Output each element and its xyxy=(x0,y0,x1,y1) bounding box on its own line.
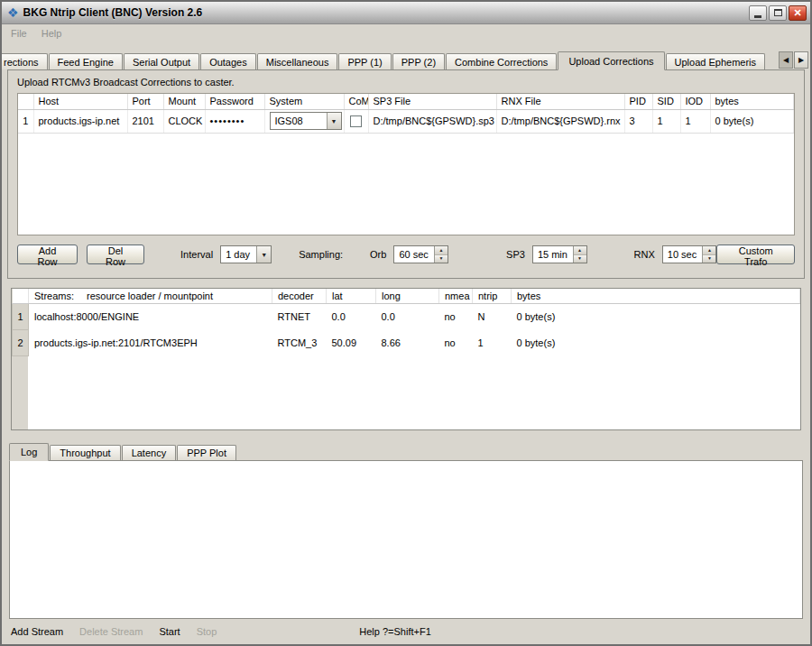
stream-nmea[interactable]: no xyxy=(439,304,473,330)
tab-strip: rections Feed Engine Serial Output Outag… xyxy=(2,50,810,69)
stream-ntrip[interactable]: N xyxy=(473,304,512,330)
tab-broadcast-corrections[interactable]: rections xyxy=(0,53,48,69)
orb-spinbox[interactable]: 60 sec ▲▼ xyxy=(393,245,448,263)
add-row-button[interactable]: Add Row xyxy=(17,245,78,264)
system-combobox[interactable]: IGS08 ▼ xyxy=(270,112,342,130)
cell-iod[interactable]: 1 xyxy=(680,109,710,133)
tab-ppp-2[interactable]: PPP (2) xyxy=(392,53,445,69)
pane-description: Upload RTCMv3 Broadcast Corrections to c… xyxy=(17,77,795,88)
tab-log[interactable]: Log xyxy=(9,443,49,461)
interval-label: Interval xyxy=(180,249,213,260)
streams-header-mountpoint: Streams:resource loader / mountpoint xyxy=(29,289,272,304)
tab-feed-engine[interactable]: Feed Engine xyxy=(49,53,123,69)
stream-long[interactable]: 8.66 xyxy=(376,330,439,356)
tab-latency[interactable]: Latency xyxy=(122,445,177,460)
add-stream-button[interactable]: Add Stream xyxy=(11,626,63,637)
tab-scroll-right-button[interactable]: ▶ xyxy=(794,51,808,69)
sp3-spinbox-value: 15 min xyxy=(533,249,573,260)
header-sid: SID xyxy=(652,94,680,109)
rnx-spinbox[interactable]: 10 sec ▲▼ xyxy=(662,245,717,263)
upload-table-frame: Host Port Mount Password System CoM SP3 … xyxy=(17,93,795,235)
stream-mountpoint[interactable]: products.igs-ip.net:2101/RTCM3EPH xyxy=(29,330,272,356)
menu-help[interactable]: Help xyxy=(42,28,62,43)
upload-corrections-pane: Upload RTCMv3 Broadcast Corrections to c… xyxy=(7,69,805,279)
titlebar: ❖ BKG Ntrip Client (BNC) Version 2.6 ✕ xyxy=(2,2,810,24)
menu-file[interactable]: File xyxy=(11,28,27,43)
window-controls: ✕ xyxy=(747,5,807,21)
tab-combine-corrections[interactable]: Combine Corrections xyxy=(446,53,557,69)
bottom-tab-strip: Log Throughput Latency PPP Plot xyxy=(9,442,810,460)
stream-row: 2 products.igs-ip.net:2101/RTCM3EPH RTCM… xyxy=(13,330,800,356)
streams-header-row: Streams:resource loader / mountpoint dec… xyxy=(13,289,800,304)
streams-header-nmea: nmea xyxy=(439,289,473,304)
cell-pid[interactable]: 3 xyxy=(624,109,652,133)
tab-ppp-plot[interactable]: PPP Plot xyxy=(177,445,236,460)
spin-up-icon[interactable]: ▲ xyxy=(703,246,715,255)
spin-up-icon[interactable]: ▲ xyxy=(435,246,448,255)
upload-table: Host Port Mount Password System CoM SP3 … xyxy=(18,94,794,134)
streams-header-ntrip: ntrip xyxy=(473,289,512,304)
stream-row-index: 1 xyxy=(13,304,29,330)
streams-header-gutter xyxy=(13,289,29,304)
chevron-down-icon[interactable]: ▼ xyxy=(256,246,271,263)
spinner-buttons[interactable]: ▲▼ xyxy=(434,246,448,263)
close-button[interactable]: ✕ xyxy=(789,5,807,21)
cell-rnx-file[interactable]: D:/tmp/BNC${GPSWD}.rnx xyxy=(496,109,624,133)
minimize-button[interactable] xyxy=(749,5,767,21)
spinner-buttons[interactable]: ▲▼ xyxy=(573,246,586,263)
tab-ppp-1[interactable]: PPP (1) xyxy=(338,53,391,69)
tab-scroll-left-button[interactable]: ◀ xyxy=(779,51,793,69)
start-button[interactable]: Start xyxy=(159,626,180,637)
stream-decoder[interactable]: RTNET xyxy=(272,304,327,330)
interval-combobox[interactable]: 1 day ▼ xyxy=(220,245,272,263)
header-com: CoM xyxy=(344,94,368,109)
header-iod: IOD xyxy=(680,94,710,109)
cell-sp3-file[interactable]: D:/tmp/BNC${GPSWD}.sp3 xyxy=(368,109,496,133)
spin-down-icon[interactable]: ▼ xyxy=(435,255,448,263)
header-rnx-file: RNX File xyxy=(496,94,624,109)
sp3-label: SP3 xyxy=(506,249,525,260)
tab-outages[interactable]: Outages xyxy=(200,53,256,69)
stream-nmea[interactable]: no xyxy=(439,330,473,356)
stream-lat[interactable]: 0.0 xyxy=(327,304,376,330)
help-hint-label: Help ?=Shift+F1 xyxy=(359,626,431,637)
stream-mountpoint[interactable]: localhost:8000/ENGINE xyxy=(29,304,272,330)
spin-up-icon[interactable]: ▲ xyxy=(574,246,586,255)
footer-bar: Add Stream Delete Stream Start Stop Help… xyxy=(2,619,810,644)
cell-password[interactable]: •••••••• xyxy=(205,109,264,133)
orb-label: Orb xyxy=(370,249,386,260)
tab-upload-ephemeris[interactable]: Upload Ephemeris xyxy=(666,53,766,69)
delete-stream-button[interactable]: Delete Stream xyxy=(79,626,143,637)
cell-sid[interactable]: 1 xyxy=(652,109,680,133)
stream-lat[interactable]: 50.09 xyxy=(327,330,376,356)
menubar: File Help xyxy=(2,24,810,43)
chevron-down-icon[interactable]: ▼ xyxy=(327,113,341,129)
stream-decoder[interactable]: RTCM_3 xyxy=(272,330,327,356)
tab-throughput[interactable]: Throughput xyxy=(50,445,120,460)
maximize-button[interactable] xyxy=(769,5,787,21)
app-window: ❖ BKG Ntrip Client (BNC) Version 2.6 ✕ F… xyxy=(0,0,812,646)
minimize-icon xyxy=(754,15,761,18)
stream-long[interactable]: 0.0 xyxy=(376,304,439,330)
cell-port[interactable]: 2101 xyxy=(127,109,163,133)
log-output-area xyxy=(9,460,803,619)
maximize-icon xyxy=(774,9,782,16)
streams-table: Streams:resource loader / mountpoint dec… xyxy=(12,289,800,356)
cell-mount[interactable]: CLOCK xyxy=(163,109,205,133)
com-checkbox[interactable] xyxy=(350,115,362,127)
rnx-spinbox-value: 10 sec xyxy=(663,249,703,260)
sp3-spinbox[interactable]: 15 min ▲▼ xyxy=(532,245,587,263)
custom-trafo-button[interactable]: Custom Trafo xyxy=(716,245,795,264)
tab-serial-output[interactable]: Serial Output xyxy=(124,53,199,69)
streams-table-frame: Streams:resource loader / mountpoint dec… xyxy=(11,288,801,430)
tab-miscellaneous[interactable]: Miscellaneous xyxy=(257,53,338,69)
spin-down-icon[interactable]: ▼ xyxy=(703,255,715,263)
spin-down-icon[interactable]: ▼ xyxy=(574,255,586,263)
del-row-button[interactable]: Del Row xyxy=(87,245,144,264)
tab-upload-corrections[interactable]: Upload Corrections xyxy=(558,51,664,70)
cell-host[interactable]: products.igs-ip.net xyxy=(33,109,127,133)
streams-header-long: long xyxy=(376,289,439,304)
stop-button[interactable]: Stop xyxy=(197,626,217,637)
stream-ntrip[interactable]: 1 xyxy=(473,330,512,356)
spinner-buttons[interactable]: ▲▼ xyxy=(702,246,715,263)
